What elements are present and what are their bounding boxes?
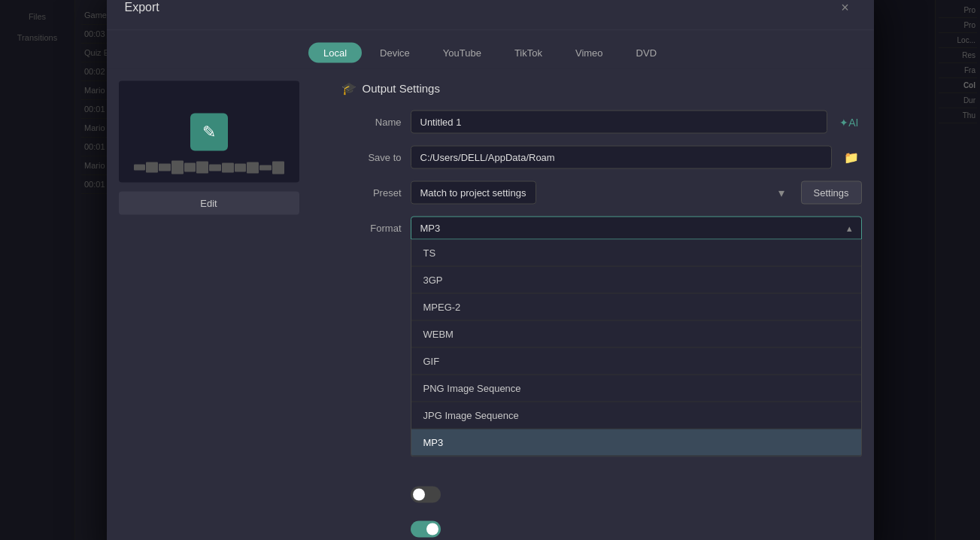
preview-panel: ✎ Edit [119, 81, 329, 541]
waveform-bar [184, 163, 196, 172]
format-current-value: MP3 [420, 223, 441, 234]
name-label: Name [341, 117, 402, 128]
waveform-bar [209, 164, 221, 171]
format-option-ts[interactable]: TS [411, 240, 861, 267]
tab-local[interactable]: Local [308, 43, 362, 63]
format-option-mpeg2[interactable]: MPEG-2 [411, 294, 861, 321]
preset-wrapper: Match to project settings [411, 181, 792, 205]
settings-panel: 🎓 Output Settings Name ✦AI Save to 📁 [341, 81, 862, 541]
close-button[interactable]: × [835, 0, 856, 18]
preset-select[interactable]: Match to project settings [411, 181, 536, 205]
waveform-bar [222, 162, 234, 172]
tab-dvd[interactable]: DVD [621, 43, 672, 63]
preview-icon: ✎ [190, 113, 228, 150]
format-option-jpg-seq[interactable]: JPG Image Sequence [411, 402, 861, 429]
waveform-bar [134, 165, 146, 171]
edit-button[interactable]: Edit [119, 192, 299, 215]
waveform-bar [235, 163, 247, 171]
toggle-1-thumb [413, 489, 425, 501]
save-to-label: Save to [341, 152, 402, 163]
format-dropdown: TS 3GP MPEG-2 WEBM GIF PNG Image Sequenc… [411, 240, 862, 457]
dialog-header: Export × [107, 0, 874, 31]
waveform-bar [196, 162, 208, 174]
settings-header: 🎓 Output Settings [341, 81, 862, 96]
waveform [134, 160, 284, 175]
toggle-row-2 [411, 515, 862, 541]
export-dialog: Export × Local Device YouTube TikTok Vim… [107, 0, 874, 540]
tab-youtube[interactable]: YouTube [428, 43, 496, 63]
dialog-title: Export [125, 1, 159, 14]
toggle-1[interactable] [411, 487, 441, 503]
preview-thumbnail: ✎ [119, 81, 299, 183]
format-option-3gp[interactable]: 3GP [411, 267, 861, 294]
tab-tiktok[interactable]: TikTok [499, 43, 557, 63]
format-label: Format [341, 223, 402, 234]
folder-icon: 📁 [844, 151, 859, 164]
format-option-webm[interactable]: WEBM [411, 321, 861, 348]
waveform-bar [146, 162, 158, 173]
preset-label: Preset [341, 187, 402, 199]
format-option-mp3[interactable]: MP3 [411, 429, 861, 457]
settings-button[interactable]: Settings [801, 181, 862, 205]
dialog-body: ✎ Edit [107, 69, 874, 541]
settings-header-label: Output Settings [363, 82, 440, 95]
waveform-bar [247, 162, 259, 173]
dialog-tabs: Local Device YouTube TikTok Vimeo DVD [107, 31, 874, 69]
ai-icon: ✦AI [839, 116, 858, 128]
format-option-gif[interactable]: GIF [411, 348, 861, 375]
format-select-display[interactable]: MP3 ▴ [411, 217, 862, 240]
name-input[interactable] [411, 111, 828, 134]
format-wrapper: MP3 ▴ TS 3GP MPEG-2 WEBM GIF PNG Image S… [411, 217, 862, 240]
browse-folder-button[interactable]: 📁 [841, 147, 862, 168]
toggle-2[interactable] [411, 521, 441, 538]
tab-device[interactable]: Device [365, 43, 425, 63]
format-row: Format MP3 ▴ TS 3GP MPEG-2 WEBM GIF PNG … [341, 217, 862, 240]
waveform-bar [272, 161, 284, 174]
save-to-row: Save to 📁 [341, 146, 862, 169]
tab-vimeo[interactable]: Vimeo [560, 43, 618, 63]
format-option-png-seq[interactable]: PNG Image Sequence [411, 375, 861, 402]
chevron-up-icon: ▴ [847, 223, 852, 234]
toggle-row-1 [411, 481, 862, 509]
preset-row: Preset Match to project settings Setting… [341, 181, 862, 205]
name-row: Name ✦AI [341, 111, 862, 134]
waveform-bar [171, 161, 184, 174]
output-settings-icon: 🎓 [341, 81, 357, 96]
waveform-bar [259, 165, 272, 170]
waveform-bar [159, 164, 171, 171]
toggle-2-thumb [426, 523, 438, 535]
save-to-input[interactable] [411, 146, 832, 169]
ai-rename-button[interactable]: ✦AI [836, 112, 861, 132]
